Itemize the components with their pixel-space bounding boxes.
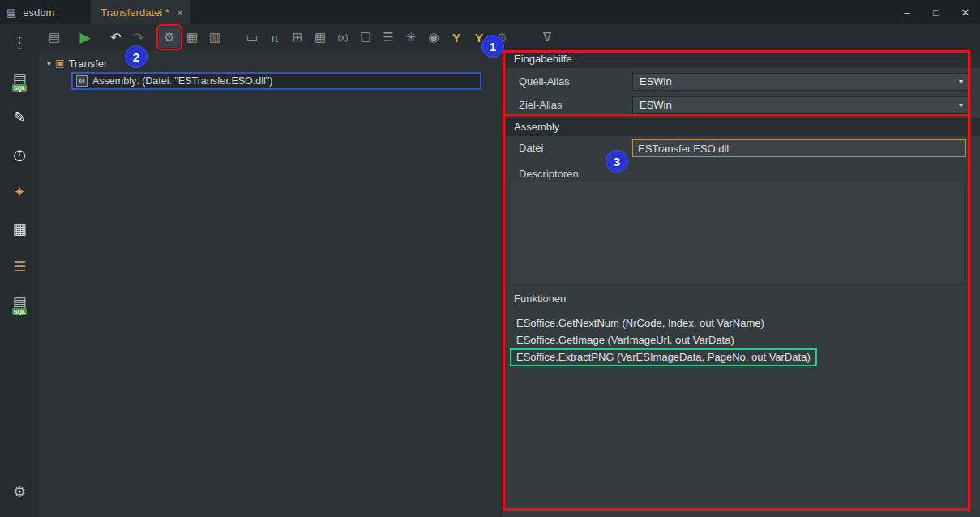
eye-icon[interactable]: ◉ [423,27,444,48]
rows-icon[interactable]: ▥ [204,27,225,48]
toolbar: ▤ ▶ ↶ ↷ ⚙ ▦ ▥ ▭ π ⊞ ▦ (x) ❏ ☰ ✳ ◉ Y Y ⚙ … [39,24,980,50]
expander-icon[interactable]: ▾ [47,59,51,68]
transfer-node-icon: ▣ [55,58,64,69]
comment-icon[interactable]: ❏ [355,27,376,48]
tree-node-label: Transfer [68,58,107,70]
hierarchy-icon[interactable]: ▦ [5,211,34,248]
function-item[interactable]: ESoffice.GetNextNum (NrCode, Index, out … [503,314,980,331]
function-item-extractpng-highlighted[interactable]: ESoffice.ExtractPNG (VarESImageData, Pag… [510,348,817,366]
quell-alias-label: Quell-Alias [519,73,570,91]
tree-node-transfer[interactable]: ▾ ▣ Transfer [47,55,107,71]
app-icon: ▦ [6,6,16,19]
funktionen-list: ESoffice.GetNextNum (NrCode, Index, out … [503,314,980,366]
calendar-icon[interactable]: ▦ [310,27,331,48]
tree-node-assembly-selected[interactable]: ⚙ Assembly: (Datei: "ESTransfer.ESO.dll"… [71,72,481,90]
history-icon[interactable]: ◷ [5,136,34,173]
app-title: esdbm [23,6,54,19]
table-icon[interactable]: ▦ [182,27,203,48]
script-list-icon[interactable]: ▤ [44,27,65,48]
ziel-alias-value: ESWin [640,99,672,111]
quell-alias-select[interactable]: ESWin ▾ [632,73,969,91]
tab-close-icon[interactable]: × [177,6,183,19]
gear-icon[interactable]: ⚙ [491,27,512,48]
properties-panel: Eingabehilfe Quell-Alias ESWin ▾ Ziel-Al… [503,50,980,517]
sql-editor-icon[interactable]: ▤ SQL [5,62,34,99]
descriptoren-label: Descriptoren [519,165,579,183]
chevron-down-icon: ▾ [959,97,963,113]
assembly-node-label: Assembly: (Datei: "ESTransfer.ESO.dll") [92,75,272,87]
branch-left-icon[interactable]: Y [446,27,467,48]
function-item[interactable]: ESoffice.GetImage (VarImageUrl, out VarD… [503,331,980,348]
titlebar: ▦ esdbm Transferdatei * × – □ ✕ [0,0,980,24]
tree-panel: ▾ ▣ Transfer ⚙ Assembly: (Datei: "ESTran… [39,50,503,517]
quell-alias-value: ESWin [640,75,672,88]
tab-transferdatei[interactable]: Transferdatei * × [91,0,190,24]
section-header-eingabehilfe: Eingabehilfe [503,50,980,68]
redo-icon[interactable]: ↷ [128,27,149,48]
funktionen-label: Funktionen [514,290,566,308]
connection-icon[interactable]: ✦ [5,173,34,211]
left-sidebar: ⋮ ▤ SQL ✎ ◷ ✦ ▦ ☰ ▤ SQL ⚙ [0,24,39,517]
section-header-assembly: Assembly [503,118,980,136]
window-controls: – □ ✕ [892,0,980,24]
close-button[interactable]: ✕ [951,0,980,24]
datei-input[interactable] [632,139,966,157]
list-config-icon[interactable]: ☰ [5,248,34,285]
app-window: ▦ esdbm Transferdatei * × – □ ✕ ▤ ▶ ↶ ↷ … [0,0,980,517]
settings-icon[interactable]: ⚙ [5,473,34,511]
sql-label: SQL [12,84,27,92]
sql-label: SQL [12,308,27,315]
add-box-icon[interactable]: ⊞ [287,27,308,48]
pi-icon[interactable]: π [264,27,285,48]
menu-icon[interactable]: ⋮ [5,24,34,62]
debug-icon[interactable]: ✳ [400,27,422,48]
list-tree-icon[interactable]: ☰ [378,27,399,48]
tab-label: Transferdatei * [101,6,177,19]
ziel-alias-select[interactable]: ESWin ▾ [632,96,969,114]
assembly-node-icon: ⚙ [76,75,88,87]
run-icon[interactable]: ▶ [75,27,96,48]
variable-icon[interactable]: (x) [332,27,353,48]
rectangle-icon[interactable]: ▭ [242,27,263,48]
assembly-icon[interactable]: ⚙ [159,27,180,48]
chevron-down-icon: ▾ [959,74,963,90]
minimize-button[interactable]: – [892,0,922,24]
sql-file-icon[interactable]: ▤ SQL [5,285,34,323]
datei-label: Datei [519,139,543,157]
maximize-button[interactable]: □ [922,0,951,24]
descriptoren-textarea[interactable] [511,182,965,285]
branch-right-icon[interactable]: Y [475,31,483,45]
flask-icon[interactable]: ∇ [537,27,558,48]
undo-icon[interactable]: ↶ [105,27,126,48]
ziel-alias-label: Ziel-Alias [519,96,562,114]
tools-icon[interactable]: ✎ [5,99,34,136]
